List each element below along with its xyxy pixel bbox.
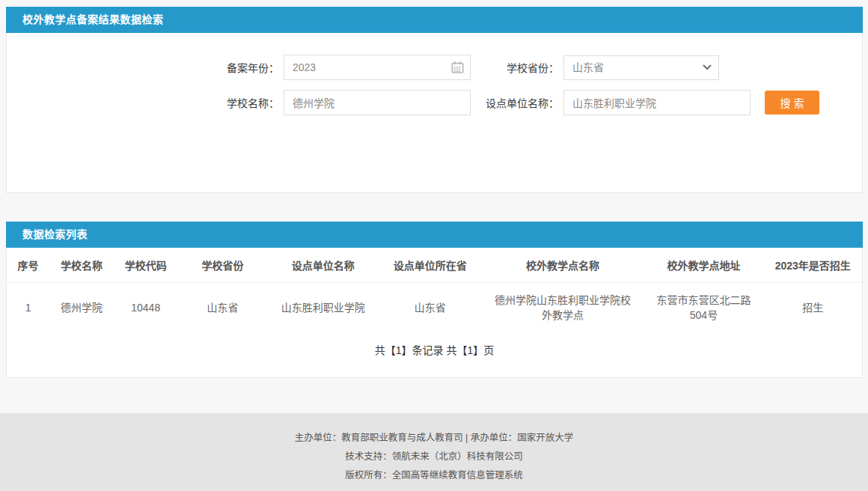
pagination-summary: 共【1】条记录 共【1】页 (7, 332, 862, 357)
cell-seq: 1 (7, 282, 49, 332)
col-header-unit-name: 设点单位名称 (268, 248, 379, 282)
form-row-2: 学校名称： 设点单位名称： 搜 索 (221, 90, 862, 115)
col-header-school-name: 学校名称 (49, 248, 114, 282)
school-province-label: 学校省份： (471, 60, 559, 75)
cell-site-name: 德州学院山东胜利职业学院校外教学点 (481, 282, 644, 332)
page-footer: 主办单位：教育部职业教育与成人教育司 | 承办单位：国家开放大学 技术支持：领航… (0, 413, 868, 491)
cell-school-code: 10448 (114, 282, 178, 332)
school-name-label: 学校名称： (221, 95, 279, 110)
footer-organizer-line: 主办单位：教育部职业教育与成人教育司 | 承办单位：国家开放大学 (0, 429, 868, 448)
cell-unit-name: 山东胜利职业学院 (268, 282, 379, 332)
col-header-enroll-status: 2023年是否招生 (763, 248, 862, 282)
school-name-input[interactable] (284, 90, 471, 115)
col-header-site-name: 校外教学点名称 (481, 248, 644, 282)
search-panel: 校外教学点备案结果数据检索 备案年份： (6, 7, 863, 193)
school-name-field-wrap (284, 90, 471, 115)
col-header-unit-province: 设点单位所在省 (379, 248, 481, 282)
cell-school-province: 山东省 (178, 282, 268, 332)
panel-gap (6, 193, 863, 222)
unit-name-label: 设点单位名称： (471, 95, 559, 110)
footer-copyright-line: 版权所有：全国高等继续教育信息管理系统 (0, 466, 868, 485)
col-header-seq: 序号 (7, 248, 49, 282)
col-header-school-code: 学校代码 (114, 248, 178, 282)
form-row-1: 备案年份： (221, 55, 862, 80)
school-province-select-wrap: 山东省 (563, 55, 719, 80)
table-row: 1 德州学院 10448 山东省 山东胜利职业学院 山东省 德州学院山东胜利职业… (7, 282, 862, 332)
calendar-icon[interactable] (451, 61, 464, 74)
result-list-body: 序号 学校名称 学校代码 学校省份 设点单位名称 设点单位所在省 校外教学点名称… (6, 248, 863, 378)
page-container: 校外教学点备案结果数据检索 备案年份： (0, 0, 868, 378)
school-province-select[interactable]: 山东省 (563, 55, 719, 80)
filing-year-label: 备案年份： (221, 60, 279, 75)
cell-unit-province: 山东省 (379, 282, 481, 332)
filing-year-input[interactable] (284, 55, 471, 80)
cell-school-name: 德州学院 (49, 282, 114, 332)
unit-name-field-wrap (563, 90, 751, 115)
col-header-site-address: 校外教学点地址 (644, 248, 763, 282)
cell-site-address: 东营市东营区北二路504号 (644, 282, 763, 332)
search-button[interactable]: 搜 索 (765, 91, 819, 115)
cell-enroll-status: 招生 (763, 282, 862, 332)
search-panel-title: 校外教学点备案结果数据检索 (6, 7, 863, 33)
unit-name-input[interactable] (563, 90, 751, 115)
table-header-row: 序号 学校名称 学校代码 学校省份 设点单位名称 设点单位所在省 校外教学点名称… (7, 248, 862, 282)
result-list-panel: 数据检索列表 序号 学校名称 学校代码 学校省份 设点单位名称 设点单位所在省 (6, 222, 863, 378)
search-form: 备案年份： (6, 33, 863, 193)
col-header-school-province: 学校省份 (178, 248, 268, 282)
footer-tech-support-line: 技术支持：领航未来（北京）科技有限公司 (0, 448, 868, 466)
result-list-title: 数据检索列表 (6, 222, 863, 248)
filing-year-field-wrap (284, 55, 471, 80)
result-table: 序号 学校名称 学校代码 学校省份 设点单位名称 设点单位所在省 校外教学点名称… (7, 248, 862, 332)
